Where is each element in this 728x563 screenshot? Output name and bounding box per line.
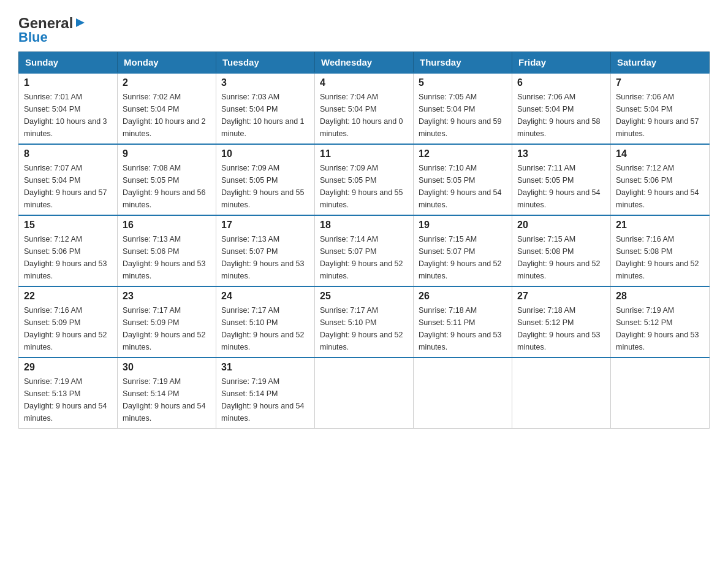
- day-info: Sunrise: 7:07 AMSunset: 5:04 PMDaylight:…: [24, 162, 112, 211]
- day-number: 30: [123, 362, 211, 373]
- day-number: 7: [616, 77, 704, 88]
- day-number: 11: [320, 148, 408, 159]
- weekday-header-sunday: Sunday: [19, 52, 118, 74]
- day-number: 1: [24, 77, 112, 88]
- calendar-table: SundayMondayTuesdayWednesdayThursdayFrid…: [18, 52, 710, 429]
- calendar-cell-w1-d1: 1Sunrise: 7:01 AMSunset: 5:04 PMDaylight…: [19, 73, 118, 144]
- day-info: Sunrise: 7:15 AMSunset: 5:08 PMDaylight:…: [517, 233, 605, 282]
- calendar-cell-w3-d6: 20Sunrise: 7:15 AMSunset: 5:08 PMDayligh…: [512, 215, 611, 286]
- calendar-cell-w1-d2: 2Sunrise: 7:02 AMSunset: 5:04 PMDaylight…: [118, 73, 216, 144]
- day-info: Sunrise: 7:12 AMSunset: 5:06 PMDaylight:…: [24, 233, 112, 282]
- calendar-cell-w2-d1: 8Sunrise: 7:07 AMSunset: 5:04 PMDaylight…: [19, 144, 118, 215]
- day-info: Sunrise: 7:18 AMSunset: 5:11 PMDaylight:…: [419, 304, 507, 353]
- weekday-header-thursday: Thursday: [414, 52, 512, 74]
- day-number: 5: [419, 77, 507, 88]
- day-info: Sunrise: 7:09 AMSunset: 5:05 PMDaylight:…: [320, 162, 408, 211]
- day-number: 6: [517, 77, 605, 88]
- calendar-cell-w2-d5: 12Sunrise: 7:10 AMSunset: 5:05 PMDayligh…: [414, 144, 512, 215]
- calendar-cell-w5-d2: 30Sunrise: 7:19 AMSunset: 5:14 PMDayligh…: [118, 358, 216, 429]
- calendar-cell-w2-d7: 14Sunrise: 7:12 AMSunset: 5:06 PMDayligh…: [611, 144, 710, 215]
- day-info: Sunrise: 7:09 AMSunset: 5:05 PMDaylight:…: [221, 162, 309, 211]
- day-info: Sunrise: 7:04 AMSunset: 5:04 PMDaylight:…: [320, 91, 408, 140]
- weekday-header-monday: Monday: [118, 52, 216, 74]
- day-info: Sunrise: 7:17 AMSunset: 5:10 PMDaylight:…: [221, 304, 309, 353]
- day-info: Sunrise: 7:01 AMSunset: 5:04 PMDaylight:…: [24, 91, 112, 140]
- weekday-header-tuesday: Tuesday: [216, 52, 315, 74]
- day-number: 9: [123, 148, 211, 159]
- day-info: Sunrise: 7:16 AMSunset: 5:08 PMDaylight:…: [616, 233, 704, 282]
- day-info: Sunrise: 7:14 AMSunset: 5:07 PMDaylight:…: [320, 233, 408, 282]
- day-info: Sunrise: 7:11 AMSunset: 5:05 PMDaylight:…: [517, 162, 605, 211]
- calendar-cell-w4-d2: 23Sunrise: 7:17 AMSunset: 5:09 PMDayligh…: [118, 286, 216, 358]
- day-info: Sunrise: 7:06 AMSunset: 5:04 PMDaylight:…: [517, 91, 605, 140]
- calendar-cell-w5-d1: 29Sunrise: 7:19 AMSunset: 5:13 PMDayligh…: [19, 358, 118, 429]
- calendar-cell-w1-d4: 4Sunrise: 7:04 AMSunset: 5:04 PMDaylight…: [315, 73, 414, 144]
- day-number: 28: [616, 291, 704, 302]
- day-number: 29: [24, 362, 112, 373]
- day-number: 21: [616, 220, 704, 231]
- calendar-cell-w3-d2: 16Sunrise: 7:13 AMSunset: 5:06 PMDayligh…: [118, 215, 216, 286]
- day-info: Sunrise: 7:05 AMSunset: 5:04 PMDaylight:…: [419, 91, 507, 140]
- day-info: Sunrise: 7:19 AMSunset: 5:12 PMDaylight:…: [616, 304, 704, 353]
- calendar-cell-w1-d6: 6Sunrise: 7:06 AMSunset: 5:04 PMDaylight…: [512, 73, 611, 144]
- day-number: 24: [221, 291, 309, 302]
- calendar-cell-w4-d1: 22Sunrise: 7:16 AMSunset: 5:09 PMDayligh…: [19, 286, 118, 358]
- weekday-header-friday: Friday: [512, 52, 611, 74]
- day-number: 13: [517, 148, 605, 159]
- calendar-cell-w5-d4: [315, 358, 414, 429]
- calendar-cell-w2-d2: 9Sunrise: 7:08 AMSunset: 5:05 PMDaylight…: [118, 144, 216, 215]
- day-number: 8: [24, 148, 112, 159]
- calendar-cell-w2-d3: 10Sunrise: 7:09 AMSunset: 5:05 PMDayligh…: [216, 144, 315, 215]
- day-info: Sunrise: 7:10 AMSunset: 5:05 PMDaylight:…: [419, 162, 507, 211]
- day-number: 3: [221, 77, 309, 88]
- day-info: Sunrise: 7:12 AMSunset: 5:06 PMDaylight:…: [616, 162, 704, 211]
- calendar-cell-w3-d3: 17Sunrise: 7:13 AMSunset: 5:07 PMDayligh…: [216, 215, 315, 286]
- calendar-cell-w4-d5: 26Sunrise: 7:18 AMSunset: 5:11 PMDayligh…: [414, 286, 512, 358]
- svg-marker-0: [76, 18, 85, 27]
- day-number: 23: [123, 291, 211, 302]
- calendar-cell-w4-d6: 27Sunrise: 7:18 AMSunset: 5:12 PMDayligh…: [512, 286, 611, 358]
- day-info: Sunrise: 7:06 AMSunset: 5:04 PMDaylight:…: [616, 91, 704, 140]
- calendar-cell-w1-d3: 3Sunrise: 7:03 AMSunset: 5:04 PMDaylight…: [216, 73, 315, 144]
- weekday-header-row: SundayMondayTuesdayWednesdayThursdayFrid…: [19, 52, 710, 74]
- day-info: Sunrise: 7:13 AMSunset: 5:06 PMDaylight:…: [123, 233, 211, 282]
- day-info: Sunrise: 7:17 AMSunset: 5:10 PMDaylight:…: [320, 304, 408, 353]
- day-number: 19: [419, 220, 507, 231]
- weekday-header-wednesday: Wednesday: [315, 52, 414, 74]
- day-number: 31: [221, 362, 309, 373]
- calendar-cell-w2-d6: 13Sunrise: 7:11 AMSunset: 5:05 PMDayligh…: [512, 144, 611, 215]
- day-info: Sunrise: 7:18 AMSunset: 5:12 PMDaylight:…: [517, 304, 605, 353]
- page-header: General Blue: [18, 12, 710, 45]
- weekday-header-saturday: Saturday: [611, 52, 710, 74]
- calendar-cell-w4-d4: 25Sunrise: 7:17 AMSunset: 5:10 PMDayligh…: [315, 286, 414, 358]
- day-info: Sunrise: 7:19 AMSunset: 5:14 PMDaylight:…: [221, 375, 309, 424]
- week-row-5: 29Sunrise: 7:19 AMSunset: 5:13 PMDayligh…: [19, 358, 710, 429]
- calendar-cell-w3-d7: 21Sunrise: 7:16 AMSunset: 5:08 PMDayligh…: [611, 215, 710, 286]
- week-row-3: 15Sunrise: 7:12 AMSunset: 5:06 PMDayligh…: [19, 215, 710, 286]
- calendar-cell-w1-d5: 5Sunrise: 7:05 AMSunset: 5:04 PMDaylight…: [414, 73, 512, 144]
- logo: General Blue: [18, 12, 86, 45]
- day-number: 14: [616, 148, 704, 159]
- calendar-cell-w1-d7: 7Sunrise: 7:06 AMSunset: 5:04 PMDaylight…: [611, 73, 710, 144]
- day-number: 12: [419, 148, 507, 159]
- day-number: 17: [221, 220, 309, 231]
- calendar-cell-w2-d4: 11Sunrise: 7:09 AMSunset: 5:05 PMDayligh…: [315, 144, 414, 215]
- day-number: 2: [123, 77, 211, 88]
- day-number: 22: [24, 291, 112, 302]
- day-info: Sunrise: 7:13 AMSunset: 5:07 PMDaylight:…: [221, 233, 309, 282]
- day-number: 10: [221, 148, 309, 159]
- calendar-cell-w5-d3: 31Sunrise: 7:19 AMSunset: 5:14 PMDayligh…: [216, 358, 315, 429]
- calendar-cell-w4-d3: 24Sunrise: 7:17 AMSunset: 5:10 PMDayligh…: [216, 286, 315, 358]
- day-number: 20: [517, 220, 605, 231]
- day-number: 27: [517, 291, 605, 302]
- day-info: Sunrise: 7:19 AMSunset: 5:14 PMDaylight:…: [123, 375, 211, 424]
- day-info: Sunrise: 7:16 AMSunset: 5:09 PMDaylight:…: [24, 304, 112, 353]
- calendar-cell-w3-d5: 19Sunrise: 7:15 AMSunset: 5:07 PMDayligh…: [414, 215, 512, 286]
- day-number: 15: [24, 220, 112, 231]
- day-info: Sunrise: 7:19 AMSunset: 5:13 PMDaylight:…: [24, 375, 112, 424]
- day-number: 25: [320, 291, 408, 302]
- week-row-4: 22Sunrise: 7:16 AMSunset: 5:09 PMDayligh…: [19, 286, 710, 358]
- calendar-cell-w5-d5: [414, 358, 512, 429]
- day-info: Sunrise: 7:03 AMSunset: 5:04 PMDaylight:…: [221, 91, 309, 140]
- day-info: Sunrise: 7:15 AMSunset: 5:07 PMDaylight:…: [419, 233, 507, 282]
